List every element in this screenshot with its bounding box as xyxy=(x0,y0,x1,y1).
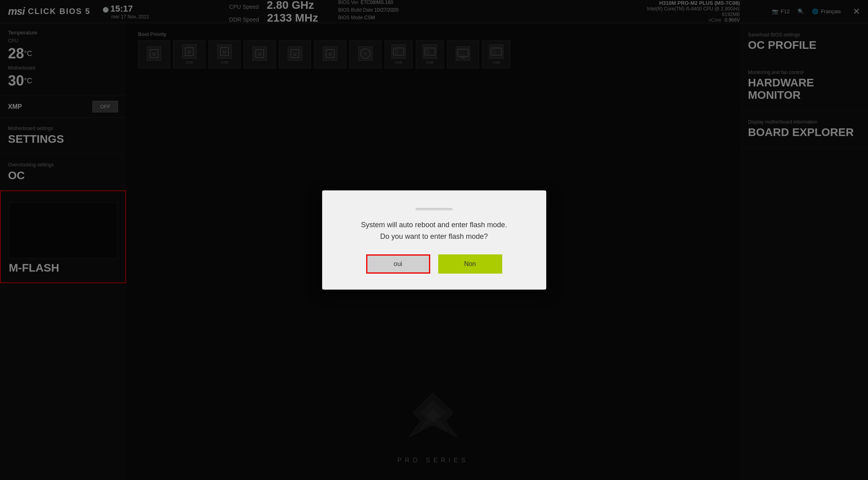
modal-message-line1: System will auto reboot and enter flash … xyxy=(361,221,507,229)
modal-title-bar: mmmmmmmmmm xyxy=(342,206,526,211)
confirm-yes-button[interactable]: oui xyxy=(366,254,430,274)
modal-message-line2: Do you want to enter flash mode? xyxy=(380,232,488,240)
modal-overlay: mmmmmmmmmm System will auto reboot and e… xyxy=(0,0,868,480)
modal-buttons: oui Non xyxy=(342,254,526,274)
modal-message: System will auto reboot and enter flash … xyxy=(342,219,526,242)
flash-mode-dialog: mmmmmmmmmm System will auto reboot and e… xyxy=(322,190,546,290)
confirm-no-button[interactable]: Non xyxy=(438,254,502,274)
